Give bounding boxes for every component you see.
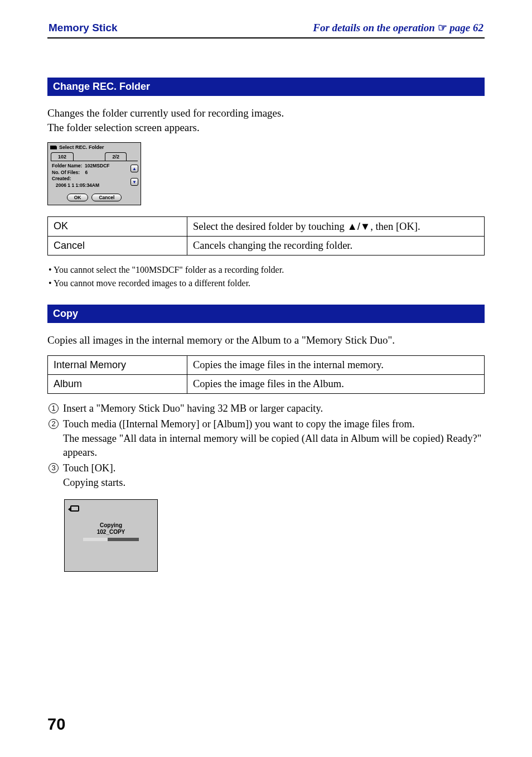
table-row: OK Select the desired folder by touching…	[48, 217, 485, 237]
step-number-icon: 3	[49, 463, 59, 473]
arrow-down-button[interactable]: ▼	[130, 178, 138, 186]
ok-button[interactable]: OK	[67, 194, 89, 201]
option-label: Cancel	[48, 237, 187, 255]
copying-label: Copying	[65, 522, 157, 529]
step-item: 1 Insert a "Memory Stick Duo" having 32 …	[49, 402, 485, 416]
option-label: Internal Memory	[48, 355, 187, 374]
option-label: OK	[48, 217, 187, 237]
folder-tab[interactable]: 102	[51, 152, 74, 161]
option-description: Cancels changing the recording folder.	[187, 237, 485, 255]
page-number: 70	[47, 715, 65, 734]
option-description: Copies the image files in the Album.	[187, 374, 485, 393]
change-rec-folder-description: Changes the folder currently used for re…	[47, 106, 485, 134]
option-description: Select the desired folder by touching ▲/…	[187, 217, 485, 237]
option-description: Copies the image files in the internal m…	[187, 355, 485, 374]
page-header: Memory Stick For details on the operatio…	[47, 21, 485, 38]
return-icon	[70, 505, 79, 512]
section-heading-change-rec-folder: Change REC. Folder	[47, 78, 485, 96]
table-row: Cancel Cancels changing the recording fo…	[48, 237, 485, 255]
step-number-icon: 1	[49, 403, 59, 413]
page-indicator: 2/2	[105, 152, 127, 161]
header-cross-ref: For details on the operation ☞ page 62	[313, 21, 483, 34]
cancel-button[interactable]: Cancel	[91, 194, 122, 201]
step-item: 3 Touch [OK]. Copying starts.	[49, 461, 485, 490]
header-section-name: Memory Stick	[49, 22, 118, 34]
memory-stick-icon	[50, 146, 57, 150]
copying-progress-dialog: Copying 102_COPY	[64, 499, 158, 572]
table-row: Internal Memory Copies the image files i…	[48, 355, 485, 374]
list-item: You cannot select the "100MSDCF" folder …	[49, 263, 485, 277]
step-number-icon: 2	[49, 419, 59, 429]
option-label: Album	[48, 374, 187, 393]
section-heading-copy: Copy	[47, 305, 485, 323]
progress-bar	[83, 538, 139, 541]
copy-description: Copies all images in the internal memory…	[47, 333, 485, 348]
copy-steps: 1 Insert a "Memory Stick Duo" having 32 …	[47, 402, 485, 490]
table-row: Album Copies the image files in the Albu…	[48, 374, 485, 393]
copy-options-table: Internal Memory Copies the image files i…	[47, 355, 485, 394]
change-rec-folder-notes: You cannot select the "100MSDCF" folder …	[47, 263, 485, 290]
list-item: You cannot move recorded images to a dif…	[49, 277, 485, 290]
pointing-hand-icon: ☞	[438, 22, 447, 33]
select-rec-folder-dialog: Select REC. Folder 102 2/2 Folder Name: …	[47, 142, 141, 205]
arrow-up-button[interactable]: ▲	[130, 165, 138, 172]
step-item: 2 Touch media ([Internal Memory] or [Alb…	[49, 417, 485, 461]
change-rec-folder-options-table: OK Select the desired folder by touching…	[47, 216, 485, 255]
copying-folder-name: 102_COPY	[65, 529, 157, 536]
dialog-title: Select REC. Folder	[59, 144, 104, 150]
